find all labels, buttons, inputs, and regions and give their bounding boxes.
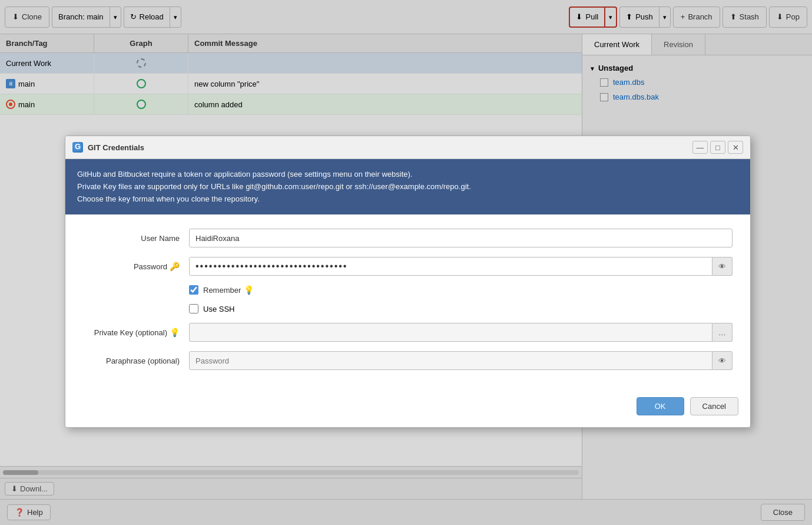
use-ssh-checkbox[interactable] (189, 304, 198, 313)
password-input-wrapper: 👁 (189, 257, 733, 276)
info-text-line1: GitHub and Bitbucket require a token or … (77, 169, 738, 181)
eye-icon: 👁 (718, 262, 726, 271)
paraphrase-reveal-button[interactable]: 👁 (712, 351, 733, 370)
cancel-button[interactable]: Cancel (690, 397, 738, 415)
private-key-row: Private Key (optional) 💡 … (83, 323, 733, 342)
private-key-label: Private Key (optional) 💡 (83, 328, 189, 337)
ok-button[interactable]: OK (637, 397, 684, 415)
ok-label: OK (655, 402, 666, 411)
use-ssh-row: Use SSH (83, 304, 733, 313)
eye-icon-2: 👁 (718, 356, 726, 365)
private-key-hint-icon: 💡 (170, 328, 180, 337)
password-label-text: Password (134, 262, 167, 271)
remember-label-text: Remember (203, 286, 241, 295)
paraphrase-input-wrapper: 👁 (189, 351, 733, 370)
dialog-info-banner: GitHub and Bitbucket require a token or … (65, 159, 750, 214)
private-key-label-text: Private Key (optional) (94, 328, 167, 337)
username-label: User Name (83, 234, 189, 243)
dialog-footer: OK Cancel (65, 391, 750, 427)
remember-label: Remember 💡 (203, 285, 254, 295)
close-x-icon: ✕ (733, 143, 739, 152)
cancel-label: Cancel (702, 402, 726, 411)
dialog-form: User Name Password 🔑 👁 (65, 214, 750, 391)
minimize-icon: — (697, 143, 704, 152)
paraphrase-label: Paraphrase (optional) (83, 356, 189, 365)
username-row: User Name (83, 229, 733, 247)
password-hint-icon: 🔑 (170, 262, 180, 271)
maximize-icon: □ (715, 143, 720, 152)
dialog-maximize-button[interactable]: □ (710, 141, 725, 154)
dialog-titlebar: G GIT Credentials — □ ✕ (65, 136, 750, 159)
password-reveal-button[interactable]: 👁 (712, 257, 733, 276)
private-key-browse-button[interactable]: … (712, 323, 733, 342)
use-ssh-wrapper: Use SSH (189, 304, 234, 313)
paraphrase-label-text: Paraphrase (optional) (106, 356, 180, 365)
username-label-text: User Name (141, 234, 180, 243)
remember-row: Remember 💡 (83, 285, 733, 295)
remember-hint-icon: 💡 (244, 285, 254, 295)
private-key-input[interactable] (189, 323, 712, 342)
remember-checkbox[interactable] (189, 285, 198, 295)
svg-text:G: G (75, 143, 81, 151)
private-key-input-wrapper: … (189, 323, 733, 342)
info-text-line2: Private Key files are supported only for… (77, 181, 738, 193)
info-text-line3: Choose the key format when you clone the… (77, 193, 738, 206)
password-input[interactable] (189, 257, 712, 276)
password-row: Password 🔑 👁 (83, 257, 733, 276)
dialog-controls: — □ ✕ (692, 141, 743, 154)
browse-icon: … (718, 328, 726, 337)
git-credentials-dialog: G GIT Credentials — □ ✕ GitHub and Bitbu… (65, 136, 751, 428)
dialog-minimize-button[interactable]: — (692, 141, 708, 154)
dialog-close-button[interactable]: ✕ (728, 141, 743, 154)
paraphrase-input[interactable] (189, 351, 712, 370)
use-ssh-label-text: Use SSH (203, 305, 234, 313)
dialog-overlay: G GIT Credentials — □ ✕ GitHub and Bitbu… (0, 0, 812, 525)
dialog-title-text: GIT Credentials (88, 143, 144, 152)
dialog-title: G GIT Credentials (72, 142, 144, 153)
git-icon: G (72, 142, 83, 153)
username-input[interactable] (189, 229, 733, 247)
password-label: Password 🔑 (83, 262, 189, 271)
paraphrase-row: Paraphrase (optional) 👁 (83, 351, 733, 370)
